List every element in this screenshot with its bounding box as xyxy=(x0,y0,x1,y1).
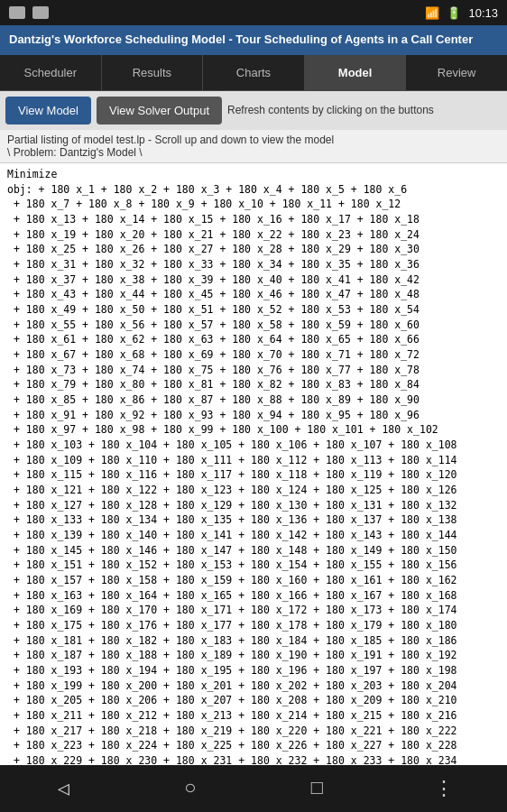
tab-results[interactable]: Results xyxy=(102,55,204,90)
more-button[interactable]: ⋮ xyxy=(421,770,466,807)
model-file-header: Partial listing of model test.lp - Scrol… xyxy=(0,130,507,163)
home-button[interactable]: ○ xyxy=(168,770,213,807)
model-filename: Partial listing of model test.lp - Scrol… xyxy=(7,134,500,146)
status-bar: 📶 🔋 10:13 xyxy=(0,0,507,25)
back-button[interactable]: ◁ xyxy=(41,770,86,807)
tab-charts[interactable]: Charts xyxy=(203,55,305,90)
tab-bar: Scheduler Results Charts Model Review xyxy=(0,55,507,91)
tab-model[interactable]: Model xyxy=(305,55,407,90)
tab-scheduler[interactable]: Scheduler xyxy=(0,55,102,90)
more-icon: ⋮ xyxy=(434,777,454,801)
recent-button[interactable]: □ xyxy=(294,770,339,807)
button-hint: Refresh contents by clicking on the butt… xyxy=(227,104,502,116)
model-text-area[interactable]: Minimize obj: + 180 x_1 + 180 x_2 + 180 … xyxy=(0,163,507,765)
clock: 10:13 xyxy=(468,6,498,20)
status-left xyxy=(9,6,49,19)
title-bar: Dantzig's Workforce Scheduling Model - T… xyxy=(0,25,507,55)
back-icon: ◁ xyxy=(58,777,69,801)
app-title: Dantzig's Workforce Scheduling Model - T… xyxy=(9,32,473,46)
recent-icon: □ xyxy=(311,778,323,800)
email-icon xyxy=(32,6,49,19)
bottom-nav: ◁ ○ □ ⋮ xyxy=(0,765,507,812)
home-icon: ○ xyxy=(184,778,196,800)
tab-review[interactable]: Review xyxy=(406,55,507,90)
view-solver-button[interactable]: View Solver Output xyxy=(97,97,222,125)
model-code: Minimize obj: + 180 x_1 + 180 x_2 + 180 … xyxy=(7,167,500,765)
view-model-button[interactable]: View Model xyxy=(5,97,91,125)
wifi-icon: 📶 xyxy=(425,6,439,20)
button-row: View Model View Solver Output Refresh co… xyxy=(0,91,507,130)
status-right: 📶 🔋 10:13 xyxy=(425,6,498,20)
notification-icon xyxy=(9,6,25,19)
battery-icon: 🔋 xyxy=(447,6,461,20)
model-problem: \ Problem: Dantzig's Model \ xyxy=(7,146,500,159)
model-content: Partial listing of model test.lp - Scrol… xyxy=(0,130,507,765)
